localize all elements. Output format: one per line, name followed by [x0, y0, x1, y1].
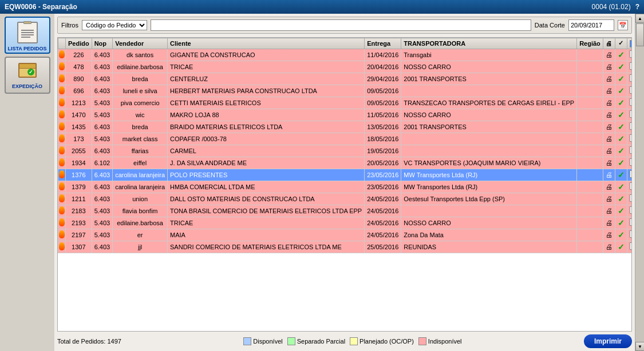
check-cell[interactable]: ✓ — [615, 145, 627, 157]
scroll-track[interactable] — [635, 23, 644, 342]
table-row[interactable]: 19346.102eiffelJ. DA SILVA ANDRADE ME20/… — [58, 157, 633, 169]
check-icon[interactable]: ✓ — [618, 170, 625, 180]
print-icon[interactable]: 🖨 — [606, 207, 613, 215]
check-cell[interactable]: ✓ — [615, 109, 627, 121]
table-row[interactable]: 13076.403jjlSANDRI COMERCIO DE MATERIAIS… — [58, 241, 633, 253]
date-input[interactable] — [568, 19, 614, 31]
print-icon[interactable]: 🖨 — [606, 63, 613, 71]
check-icon[interactable]: ✓ — [618, 182, 625, 192]
print-icon[interactable]: 🖨 — [606, 135, 613, 143]
check-icon[interactable]: ✓ — [618, 74, 625, 83]
row-checkbox[interactable] — [630, 170, 632, 178]
check-cell[interactable]: ✓ — [615, 241, 627, 253]
print-cell[interactable]: 🖨 — [603, 49, 615, 61]
print-icon[interactable]: 🖨 — [606, 75, 613, 83]
print-cell[interactable]: 🖨 — [603, 193, 615, 205]
checkbox-cell[interactable] — [627, 61, 632, 73]
row-checkbox[interactable] — [630, 158, 632, 166]
table-row[interactable]: 21835.403flavia bonfimTONA BRASIL COMERC… — [58, 205, 633, 217]
print-icon[interactable]: 🖨 — [606, 111, 613, 119]
checkbox-cell[interactable] — [627, 157, 632, 169]
check-icon[interactable]: ✓ — [618, 206, 625, 216]
print-cell[interactable]: 🖨 — [603, 61, 615, 73]
help-icon[interactable]: ? — [635, 3, 639, 11]
row-checkbox[interactable] — [630, 110, 632, 118]
checkbox-cell[interactable] — [627, 241, 632, 253]
print-cell[interactable]: 🖨 — [603, 145, 615, 157]
print-cell[interactable]: 🖨 — [603, 241, 615, 253]
scroll-down[interactable]: ▼ — [635, 342, 644, 351]
print-icon[interactable]: 🖨 — [606, 231, 613, 239]
check-icon[interactable]: ✓ — [618, 158, 625, 167]
print-icon[interactable]: 🖨 — [606, 147, 613, 155]
print-cell[interactable]: 🖨 — [603, 229, 615, 241]
calendar-icon[interactable]: 📅 — [618, 20, 628, 30]
col-vendedor[interactable]: Vendedor — [113, 38, 168, 49]
imprimir-button[interactable]: Imprimir — [584, 334, 632, 348]
print-cell[interactable]: 🖨 — [603, 169, 615, 181]
scrollbar[interactable]: ▲ ▼ — [635, 14, 644, 351]
checkbox-cell[interactable] — [627, 97, 632, 109]
print-cell[interactable]: 🖨 — [603, 121, 615, 133]
check-icon[interactable]: ✓ — [618, 98, 625, 107]
table-row[interactable]: 12116.403unionDALL OSTO MATERIAIS DE CON… — [58, 193, 633, 205]
expedicao-button[interactable]: ✓ EXPEDIÇÃO — [5, 57, 50, 94]
check-cell[interactable]: ✓ — [615, 157, 627, 169]
checkbox-cell[interactable] — [627, 217, 632, 229]
row-checkbox[interactable] — [630, 62, 632, 70]
lista-pedidos-button[interactable]: LISTA PEDIDOS — [5, 17, 50, 54]
scroll-up[interactable]: ▲ — [635, 14, 644, 23]
table-row[interactable]: 2266.403dk santosGIGANTE DA CONSTRUCAO11… — [58, 49, 633, 61]
print-icon[interactable]: 🖨 — [606, 159, 613, 167]
print-icon[interactable]: 🖨 — [606, 51, 613, 59]
checkbox-cell[interactable] — [627, 205, 632, 217]
table-row[interactable]: 14705.403wicMAKRO LOJA 8811/05/2016NOSSO… — [58, 109, 633, 121]
filter-type-select[interactable]: Código do Pedido — [82, 20, 147, 30]
checkbox-cell[interactable] — [627, 229, 632, 241]
check-icon[interactable]: ✓ — [618, 242, 625, 252]
checkbox-cell[interactable] — [627, 121, 632, 133]
check-icon[interactable]: ✓ — [618, 134, 625, 143]
row-checkbox[interactable] — [630, 86, 632, 94]
check-cell[interactable]: ✓ — [615, 205, 627, 217]
row-checkbox[interactable] — [630, 98, 632, 106]
check-cell[interactable]: ✓ — [615, 217, 627, 229]
check-cell[interactable]: ✓ — [615, 97, 627, 109]
col-checkbox[interactable] — [627, 38, 632, 49]
row-checkbox[interactable] — [630, 194, 632, 202]
row-checkbox[interactable] — [630, 74, 632, 82]
scroll-thumb[interactable] — [636, 23, 644, 46]
check-icon[interactable]: ✓ — [618, 194, 625, 204]
orders-table-container[interactable]: Pedido Nop Vendedor Cliente Entrega TRAN… — [57, 37, 632, 332]
print-cell[interactable]: 🖨 — [603, 157, 615, 169]
check-cell[interactable]: ✓ — [615, 193, 627, 205]
col-entrega[interactable]: Entrega — [365, 38, 401, 49]
row-checkbox[interactable] — [630, 182, 632, 190]
check-icon[interactable]: ✓ — [618, 110, 625, 119]
check-cell[interactable]: ✓ — [615, 85, 627, 97]
check-cell[interactable]: ✓ — [615, 73, 627, 85]
print-cell[interactable]: 🖨 — [603, 133, 615, 145]
filter-input[interactable] — [151, 19, 531, 31]
row-checkbox[interactable] — [630, 242, 632, 250]
col-nop[interactable]: Nop — [92, 38, 113, 49]
check-icon[interactable]: ✓ — [618, 218, 625, 228]
check-icon[interactable]: ✓ — [618, 146, 625, 155]
table-row[interactable]: 4786.403edilaine.barbosaTRICAE20/04/2016… — [58, 61, 633, 73]
table-row[interactable]: 21935.403edilaine.barbosaTRICAE24/05/201… — [58, 217, 633, 229]
check-cell[interactable]: ✓ — [615, 169, 627, 181]
row-checkbox[interactable] — [630, 122, 632, 130]
checkbox-cell[interactable] — [627, 169, 632, 181]
row-checkbox[interactable] — [630, 206, 632, 214]
checkbox-cell[interactable] — [627, 133, 632, 145]
print-cell[interactable]: 🖨 — [603, 97, 615, 109]
print-cell[interactable]: 🖨 — [603, 85, 615, 97]
table-row[interactable]: 12135.403piva comercioCETTI MATERIAIS EL… — [58, 97, 633, 109]
col-pedido[interactable]: Pedido — [66, 38, 92, 49]
row-checkbox[interactable] — [630, 230, 632, 238]
print-icon[interactable]: 🖨 — [606, 87, 613, 95]
table-row[interactable]: 13796.403carolina laranjeiraHMBA COMERCI… — [58, 181, 633, 193]
check-cell[interactable]: ✓ — [615, 133, 627, 145]
print-cell[interactable]: 🖨 — [603, 181, 615, 193]
check-icon[interactable]: ✓ — [618, 122, 625, 131]
